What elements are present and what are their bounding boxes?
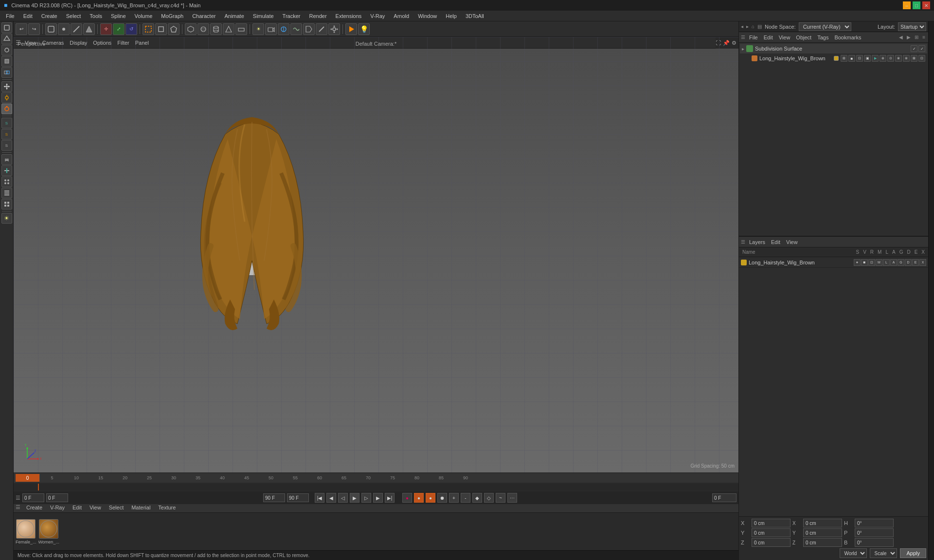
menu-animate[interactable]: Animate xyxy=(220,12,248,20)
menu-file[interactable]: File xyxy=(2,12,18,20)
layer-icon-e[interactable]: E xyxy=(912,259,919,266)
obj-menu-object[interactable]: Object xyxy=(794,35,813,40)
rect-sel-btn[interactable] xyxy=(155,23,167,35)
maximize-button[interactable]: □ xyxy=(913,1,920,9)
move-tool-btn[interactable]: ✛ xyxy=(100,23,112,35)
hair-toggle-4[interactable]: ▣ xyxy=(864,55,871,62)
layer-icon-x[interactable]: X xyxy=(919,259,926,266)
keyframe-2-btn[interactable]: ◇ xyxy=(484,493,494,503)
mat-menu-create[interactable]: Create xyxy=(24,505,44,510)
layer-icon-d[interactable]: D xyxy=(905,259,912,266)
hair-toggle-2[interactable]: ■ xyxy=(848,55,855,62)
live-sel-btn[interactable] xyxy=(143,23,154,35)
pyramid-btn[interactable] xyxy=(223,23,234,35)
object-mode-btn[interactable] xyxy=(45,23,57,35)
add-keyframe-btn[interactable]: + xyxy=(449,493,459,503)
size-z-input[interactable] xyxy=(803,538,842,547)
sphere-btn[interactable] xyxy=(198,23,209,35)
hair-toggle-1[interactable]: ⊞ xyxy=(841,55,847,62)
obj-icon-1[interactable]: ◀ xyxy=(898,35,904,40)
play-btn[interactable]: ▶ xyxy=(350,493,359,503)
hair-toggle-8[interactable]: ⊗ xyxy=(895,55,902,62)
layer-icon-l[interactable]: L xyxy=(883,259,890,266)
autokey-btn[interactable]: ● xyxy=(426,493,435,503)
start-frame-input[interactable] xyxy=(46,493,68,502)
world-select[interactable]: World xyxy=(840,548,867,558)
tool-4[interactable] xyxy=(1,165,12,176)
undo-button[interactable]: ↩ xyxy=(16,23,27,35)
layer-icon-lock[interactable]: ⊡ xyxy=(868,259,875,266)
obj-row-subdivision[interactable]: ▸ Subdivision Surface ✓ ✓ xyxy=(740,44,927,53)
cylinder-btn[interactable] xyxy=(210,23,222,35)
tool-5[interactable] xyxy=(1,176,12,187)
more-btn[interactable]: ⋯ xyxy=(507,493,517,503)
apply-button[interactable]: Apply xyxy=(900,548,926,558)
menu-mograph[interactable]: MoGraph xyxy=(157,12,187,20)
tool-3[interactable]: S xyxy=(1,140,12,151)
settings-btn[interactable] xyxy=(328,23,340,35)
menu-select[interactable]: Select xyxy=(62,12,85,20)
rot-h-input[interactable] xyxy=(855,519,894,527)
tool-2[interactable]: S xyxy=(1,129,12,140)
light-btn[interactable]: ☀ xyxy=(252,23,264,35)
next-frame-btn[interactable]: ▶ xyxy=(373,493,383,503)
menu-help[interactable]: Help xyxy=(442,12,461,20)
prev-frame-btn[interactable]: ◀ xyxy=(326,493,336,503)
tool-7[interactable] xyxy=(1,199,12,210)
keyframe-sel-btn[interactable]: ◆ xyxy=(472,493,482,503)
hair-toggle-9[interactable]: ⊚ xyxy=(903,55,910,62)
mat-menu-vray[interactable]: V-Ray xyxy=(48,505,67,510)
menu-create[interactable]: Create xyxy=(37,12,61,20)
hair-toggle-11[interactable]: ⊡ xyxy=(918,55,925,62)
menu-vray[interactable]: V-Ray xyxy=(366,12,389,20)
tool-6[interactable] xyxy=(1,188,12,198)
tool-mesh-mode[interactable] xyxy=(1,34,12,44)
size-x-input[interactable] xyxy=(803,519,842,527)
current-frame-input[interactable] xyxy=(22,493,44,502)
frame-display[interactable] xyxy=(712,493,736,502)
mat-menu-material[interactable]: Material xyxy=(129,505,152,510)
layer-icon-m[interactable]: M xyxy=(876,259,882,266)
layers-menu-edit[interactable]: Edit xyxy=(769,239,782,245)
viewport[interactable]: ☰ View Cameras Display Options Filter Pa… xyxy=(14,37,738,472)
menu-spline[interactable]: Spline xyxy=(107,12,130,20)
menu-window[interactable]: Window xyxy=(414,12,441,20)
loop-btn[interactable]: ● xyxy=(402,493,412,503)
obj-menu-bookmarks[interactable]: Bookmarks xyxy=(832,35,863,40)
tool-light[interactable]: ☀ xyxy=(1,213,12,224)
menu-3dtool[interactable]: 3DToAll xyxy=(462,12,488,20)
camera-btn[interactable] xyxy=(265,23,277,35)
point-mode-btn[interactable] xyxy=(58,23,70,35)
tool-object-mode[interactable] xyxy=(1,67,12,78)
pos-y-input[interactable] xyxy=(752,528,790,537)
menu-arnold[interactable]: Arnold xyxy=(390,12,413,20)
next-keyframe-btn[interactable]: ▷ xyxy=(361,493,371,503)
mat-menu-texture[interactable]: Texture xyxy=(156,505,178,510)
fracture-btn[interactable] xyxy=(278,23,289,35)
rotate-tool-btn[interactable]: ↺ xyxy=(126,23,137,35)
obj-icon-2[interactable]: ▶ xyxy=(906,35,912,40)
tool-model-mode[interactable] xyxy=(1,22,12,33)
bulb-btn[interactable]: 💡 xyxy=(358,23,370,35)
render-btn[interactable] xyxy=(345,23,357,35)
obj-menu-edit[interactable]: Edit xyxy=(762,35,775,40)
menu-render[interactable]: Render xyxy=(305,12,330,20)
material-item-female[interactable]: Female_... xyxy=(16,519,36,544)
layer-icon-a[interactable]: A xyxy=(890,259,897,266)
mat-menu-edit[interactable]: Edit xyxy=(71,505,84,510)
obj-menu-tags[interactable]: Tags xyxy=(815,35,830,40)
end-frame-input[interactable] xyxy=(263,493,285,502)
close-button[interactable]: ✕ xyxy=(922,1,930,9)
layers-menu-layers[interactable]: Layers xyxy=(747,239,767,245)
cube-btn[interactable] xyxy=(185,23,197,35)
hair-toggle-5[interactable]: ▶ xyxy=(872,55,879,62)
pos-x-input[interactable] xyxy=(752,519,790,527)
layout-select[interactable]: Startup xyxy=(898,22,926,31)
obj-icon-4[interactable]: ≡ xyxy=(921,35,926,40)
rot-p-input[interactable] xyxy=(855,528,894,537)
del-keyframe-btn[interactable]: - xyxy=(461,493,470,503)
node-space-select[interactable]: Current (V-Ray) xyxy=(799,22,851,31)
tool-edge-mode[interactable] xyxy=(1,45,12,55)
layers-menu-view[interactable]: View xyxy=(784,239,800,245)
scale-select[interactable]: Scale xyxy=(870,548,897,558)
